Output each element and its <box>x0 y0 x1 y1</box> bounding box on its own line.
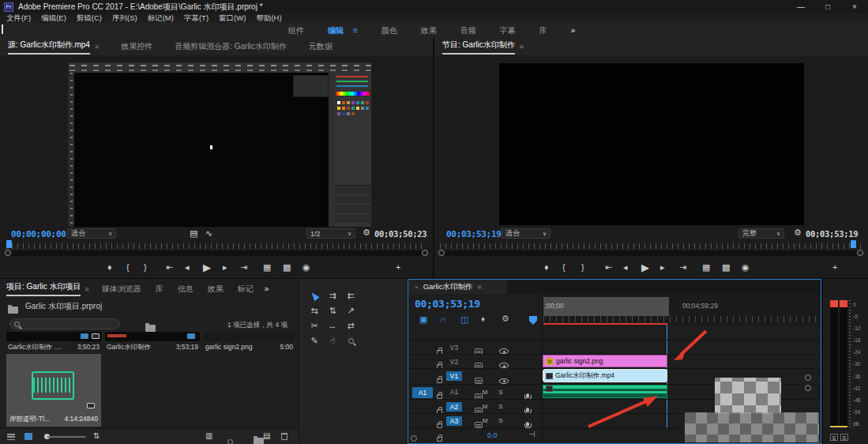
solo-button[interactable]: S <box>497 417 505 424</box>
track-label-v1[interactable]: V1 <box>446 371 462 381</box>
timeline-settings-icon[interactable]: ⚙ <box>502 314 509 324</box>
program-playhead[interactable] <box>851 240 856 248</box>
delete-button[interactable] <box>281 433 287 440</box>
slide-tool[interactable]: ⇄ <box>342 318 359 333</box>
menu-clip[interactable]: 剪辑(C) <box>77 13 102 24</box>
project-file-name[interactable]: Garlic 水印项目.prproj <box>25 301 102 312</box>
insert-button[interactable]: ▦ <box>263 262 271 273</box>
voiceover-mic-icon[interactable] <box>526 408 529 412</box>
selection-tool[interactable] <box>306 288 323 303</box>
tab-metadata[interactable]: 元数据 <box>309 41 333 52</box>
tab-effects[interactable]: 效果 <box>208 284 224 295</box>
scrollbar-handle[interactable] <box>805 385 811 391</box>
drag-audio-icon[interactable]: ∿ <box>205 228 212 239</box>
go-to-in-button[interactable]: ⇤ <box>605 262 612 273</box>
track-label-v2[interactable]: V2 <box>446 357 462 367</box>
pen-tool[interactable]: ✎ <box>306 333 323 348</box>
mark-in-button[interactable]: { <box>562 262 566 272</box>
project-overflow-icon[interactable]: » <box>265 284 269 293</box>
source-zoom-handle-left[interactable] <box>5 250 11 256</box>
toggle-track-output-icon[interactable] <box>499 348 509 354</box>
menu-window[interactable]: 窗口(W) <box>219 13 246 24</box>
zoom-slider-track[interactable] <box>47 436 85 438</box>
program-zoom-handle-right[interactable] <box>857 250 863 256</box>
step-forward-button[interactable]: ▸ <box>223 262 227 273</box>
source-resolution-dropdown[interactable]: 1/2∨ <box>306 228 355 239</box>
project-item-audio-selected[interactable]: 岸部道明-Tl... 4:14:24840 <box>6 354 101 427</box>
clip-garlic-sign2[interactable]: fx garlic sign2.png <box>543 355 667 367</box>
play-button[interactable]: ▶ <box>641 262 649 273</box>
source-patch-a1[interactable]: A1 <box>412 387 433 398</box>
track-label-a2[interactable]: A2 <box>446 402 462 412</box>
list-view-button[interactable] <box>7 434 15 440</box>
nest-toggle-icon[interactable]: ▣ <box>419 314 427 325</box>
source-timecode[interactable]: 00;00;00;00 <box>11 229 66 239</box>
shuttle-icon[interactable]: ⇅ <box>93 431 100 440</box>
add-marker-button[interactable]: ♦ <box>107 262 112 272</box>
sync-lock-icon[interactable] <box>475 378 483 384</box>
source-panel-menu-icon[interactable]: ≡ <box>95 43 99 51</box>
play-button[interactable]: ▶ <box>203 262 211 273</box>
tab-sequence[interactable]: × Garlic水印制作 ≡ <box>408 280 507 294</box>
extract-button[interactable]: ▩ <box>722 262 730 273</box>
export-frame-button[interactable]: ◉ <box>302 262 310 273</box>
solo-left-button[interactable]: S <box>830 434 838 441</box>
drag-video-icon[interactable]: ▤ <box>190 228 197 239</box>
maximize-button[interactable]: □ <box>814 0 841 13</box>
track-select-forward-tool[interactable]: ⇉ <box>324 288 341 303</box>
minimize-button[interactable]: — <box>787 0 814 13</box>
panel-divider[interactable] <box>433 38 434 278</box>
tab-markers[interactable]: 标记 <box>238 284 254 295</box>
workspace-tab-effects[interactable]: 效果 <box>421 25 437 36</box>
workspace-tab-editing[interactable]: 编辑 <box>328 25 344 36</box>
tab-info[interactable]: 信息 <box>178 284 194 295</box>
settings-wrench-icon[interactable]: ⚙ <box>363 228 370 238</box>
voiceover-mic-icon[interactable] <box>526 422 529 427</box>
track-label-a3[interactable]: A3 <box>446 416 462 426</box>
ripple-edit-tool[interactable]: ⇆ <box>306 303 323 318</box>
track-label-a1[interactable]: A1 <box>446 387 462 397</box>
track-label-v3[interactable]: V3 <box>446 343 462 352</box>
project-item-video2[interactable]: Garlic水印制作3;53;19 <box>105 332 200 352</box>
new-item-button[interactable]: ▤ <box>263 431 270 440</box>
workspace-tab-assembly[interactable]: 组件 <box>288 25 304 36</box>
export-frame-button[interactable]: ◉ <box>742 262 750 273</box>
toggle-track-output-icon[interactable] <box>499 363 509 368</box>
program-quality-dropdown[interactable]: 完整∨ <box>738 228 784 239</box>
project-panel-menu-icon[interactable]: ≡ <box>85 285 88 293</box>
add-marker-icon[interactable]: ♦ <box>481 314 485 323</box>
button-editor-plus[interactable]: + <box>396 262 400 272</box>
workspace-tab-audio[interactable]: 音频 <box>460 25 476 36</box>
go-to-in-button[interactable]: ⇤ <box>166 262 173 273</box>
scrollbar-handle[interactable] <box>411 435 417 442</box>
mark-out-button[interactable]: } <box>144 262 147 272</box>
source-zoom-handle-right[interactable] <box>422 250 428 256</box>
source-zoom-scrollbar[interactable] <box>6 250 426 256</box>
workspace-overflow-icon[interactable]: » <box>571 26 576 35</box>
tab-audio-clip-mixer[interactable]: 音频剪辑混合器: Garlic水印制作 <box>175 41 287 52</box>
tab-project[interactable]: 项目: Garlic 水印项目 <box>6 281 81 296</box>
program-zoom-scrollbar[interactable] <box>440 250 862 256</box>
lock-icon[interactable] <box>437 423 442 428</box>
go-to-out-button[interactable]: ⇥ <box>679 262 686 273</box>
solo-right-button[interactable]: S <box>840 434 848 441</box>
menu-titles[interactable]: 字幕(T) <box>184 13 209 24</box>
close-button[interactable]: × <box>841 0 868 13</box>
source-fit-dropdown[interactable]: 适合∨ <box>67 228 116 239</box>
menu-edit[interactable]: 编辑(E) <box>41 13 66 24</box>
add-marker-button[interactable]: ♦ <box>544 262 549 272</box>
go-to-out-button[interactable]: ⇥ <box>240 262 247 273</box>
tab-close-icon[interactable]: × <box>415 284 419 291</box>
track-select-backward-tool[interactable]: ⇇ <box>342 288 359 303</box>
program-timecode[interactable]: 00;03;53;19 <box>446 229 502 239</box>
toggle-track-output-icon[interactable] <box>499 378 509 384</box>
settings-wrench-icon[interactable]: ⚙ <box>794 228 802 238</box>
timeline-playhead-marker[interactable] <box>529 316 537 325</box>
mute-button[interactable]: M <box>481 389 489 396</box>
slip-tool[interactable]: ↔ <box>324 318 341 333</box>
timeline-timecode[interactable]: 00;03;53;19 <box>415 298 480 310</box>
voiceover-mic-icon[interactable] <box>526 393 529 398</box>
hand-tool[interactable]: ☝ <box>324 333 341 348</box>
timeline-ruler[interactable]: ;00;00 00;04;59;29 <box>543 294 821 325</box>
clip-audio[interactable] <box>543 385 667 398</box>
